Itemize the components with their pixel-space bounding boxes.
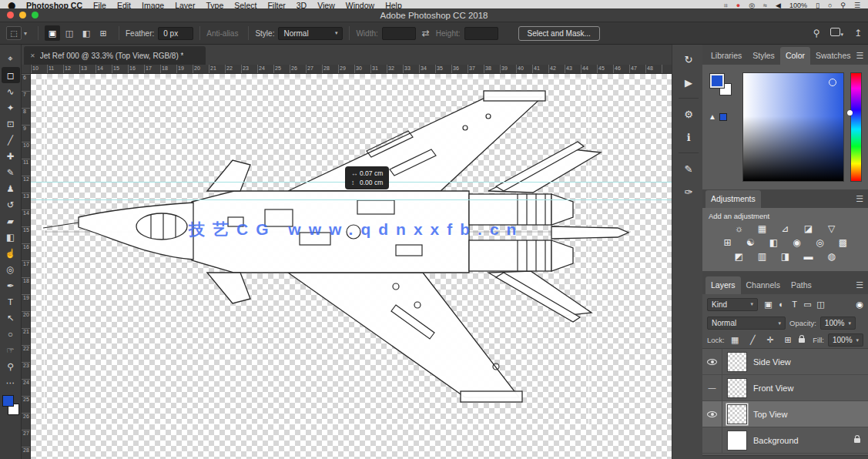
layer-visibility-toggle[interactable] — [702, 401, 722, 427]
battery-level[interactable]: 100% — [789, 1, 807, 8]
foreground-color-swatch[interactable] — [2, 395, 14, 407]
eraser-tool[interactable]: ▰ — [2, 213, 20, 229]
filter-smart-objects-icon[interactable]: ◫ — [814, 300, 827, 310]
layer-filter-toggle[interactable]: ◉ — [856, 300, 863, 310]
blend-mode-dropdown[interactable]: Normal▾ — [707, 317, 786, 330]
opacity-dropdown[interactable]: 100%▾ — [820, 317, 856, 330]
layer-visibility-toggle[interactable] — [702, 427, 722, 453]
tab-libraries[interactable]: Libraries — [705, 47, 747, 65]
horizontal-ruler[interactable]: 1011121314151617181920212223242526272829… — [31, 65, 672, 74]
wifi-icon[interactable]: ≈ — [763, 1, 767, 8]
menu-window[interactable]: Window — [346, 1, 374, 8]
menu-edit[interactable]: Edit — [117, 1, 131, 8]
black-white-icon[interactable]: ◧ — [766, 236, 782, 249]
search-icon[interactable]: ⚲ — [813, 28, 820, 39]
menu-type[interactable]: Type — [206, 1, 223, 8]
layer-thumbnail[interactable] — [727, 431, 747, 451]
pen-tool[interactable]: ✒ — [2, 277, 20, 293]
shape-tool[interactable]: ○ — [2, 326, 20, 342]
lock-pixels-icon[interactable]: ╱ — [746, 335, 759, 345]
panel-menu-icon[interactable]: ☰ — [856, 51, 864, 65]
shield-icon[interactable]: ◎ — [749, 1, 755, 8]
layer-thumbnail[interactable] — [727, 352, 747, 372]
vibrance-icon[interactable]: ▽ — [824, 223, 840, 235]
panel-menu-icon[interactable]: ☰ — [856, 280, 863, 294]
hand-tool[interactable]: ☞ — [2, 342, 20, 358]
menu-filter[interactable]: Filter — [267, 1, 285, 8]
menu-3d[interactable]: 3D — [297, 1, 307, 8]
canvas-viewport[interactable]: 技艺CG www.qdnxxfb.cn ↔0.07 cm ↕0.00 cm — [31, 74, 672, 459]
menu-help[interactable]: Help — [385, 1, 402, 8]
document-tab[interactable]: ✕ Jet Ref 000 @ 33.3% (Top View, RGB/8) … — [24, 46, 206, 65]
path-selection-tool[interactable]: ↖ — [2, 310, 20, 326]
new-selection[interactable]: ▣ — [45, 25, 60, 41]
layer-row-side-view[interactable]: Side View — [702, 349, 868, 375]
history-brush-tool[interactable]: ↺ — [2, 196, 20, 213]
apple-menu-icon[interactable]: ⬤ — [8, 2, 15, 9]
properties-icon[interactable]: ⚙ — [679, 104, 699, 124]
menu-photoshop-cc[interactable]: Photoshop CC — [26, 1, 82, 8]
current-tool-icon[interactable]: ⬚ — [6, 26, 22, 40]
posterize-icon[interactable]: ▥ — [755, 250, 770, 263]
lock-position-icon[interactable]: ✛ — [764, 335, 777, 345]
gradient-map-icon[interactable]: ▬ — [801, 250, 816, 263]
tab-color[interactable]: Color — [780, 47, 810, 65]
tab-channels[interactable]: Channels — [741, 276, 786, 294]
filter-adjustment-layers-icon[interactable]: ◐ — [775, 300, 788, 310]
actions-icon[interactable]: ▶ — [679, 72, 699, 92]
brush-presets-icon[interactable]: ✑ — [679, 182, 699, 202]
saturation-brightness-field[interactable] — [742, 72, 844, 182]
layer-row-top-view[interactable]: Top View — [702, 401, 868, 427]
color-lookup-icon[interactable]: ▩ — [836, 236, 851, 249]
workspace-switcher-icon[interactable]: ▾ — [830, 28, 843, 39]
hue-slider-marker[interactable] — [847, 110, 853, 116]
layer-row-background[interactable]: Background — [702, 427, 868, 454]
exposure-icon[interactable]: ◪ — [801, 223, 816, 235]
color-balance-icon[interactable]: ☯ — [743, 236, 759, 249]
photo-filter-icon[interactable]: ◉ — [789, 236, 805, 249]
fill-dropdown[interactable]: 100%▾ — [828, 333, 863, 347]
lasso-tool[interactable]: ∿ — [2, 83, 20, 99]
swap-width-height-icon[interactable]: ⇄ — [422, 28, 430, 39]
info-icon[interactable]: ℹ — [679, 127, 699, 147]
crop-tool[interactable]: ⊡ — [2, 116, 20, 132]
lock-all-icon[interactable] — [799, 338, 805, 343]
menu-file[interactable]: File — [93, 1, 106, 8]
filter-type-layers-icon[interactable]: T — [788, 300, 801, 310]
lock-transparency-icon[interactable]: ▦ — [729, 335, 742, 345]
eyedropper-tool[interactable]: ╱ — [2, 132, 20, 148]
volume-icon[interactable]: ◀ — [776, 1, 781, 8]
quick-selection-tool[interactable]: ✦ — [2, 99, 20, 116]
screenshot-icon[interactable]: ⌗ — [724, 1, 728, 8]
layer-thumbnail[interactable] — [727, 404, 747, 424]
share-icon[interactable]: ↥ — [854, 28, 862, 39]
type-tool[interactable]: T — [2, 293, 20, 310]
hue-slider[interactable] — [850, 72, 862, 182]
intersect-selection[interactable]: ⊞ — [96, 25, 111, 41]
brush-settings-icon[interactable]: ✎ — [679, 159, 699, 179]
layer-filter-kind-dropdown[interactable]: Kind▾ — [707, 298, 758, 311]
control-center-icon[interactable]: ☰ — [854, 1, 860, 8]
tool-preset-chevron-icon[interactable]: ▾ — [24, 30, 27, 37]
antialias-checkbox[interactable]: Anti-alias — [206, 29, 238, 38]
hue-saturation-icon[interactable]: ⊞ — [720, 236, 736, 249]
layer-visibility-toggle[interactable]: — — [702, 375, 722, 400]
history-icon[interactable]: ↻ — [679, 49, 699, 69]
clone-stamp-tool[interactable]: ♟ — [2, 180, 20, 196]
add-to-selection[interactable]: ◫ — [62, 25, 77, 41]
filter-pixel-layers-icon[interactable]: ▣ — [762, 300, 775, 310]
panel-foreground-swatch[interactable] — [710, 74, 724, 88]
width-input[interactable] — [382, 27, 416, 40]
layer-row-front-view[interactable]: —Front View — [702, 375, 868, 401]
dodge-tool[interactable]: ◎ — [2, 261, 20, 277]
menu-view[interactable]: View — [317, 1, 335, 8]
spotlight-icon[interactable]: ⚲ — [840, 1, 846, 8]
gradient-tool[interactable]: ◧ — [2, 229, 20, 245]
ruler-corner[interactable] — [22, 65, 31, 74]
healing-brush-tool[interactable]: ✚ — [2, 148, 20, 164]
tab-layers[interactable]: Layers — [705, 276, 741, 294]
menu-layer[interactable]: Layer — [175, 1, 195, 8]
tab-styles[interactable]: Styles — [747, 47, 780, 65]
height-input[interactable] — [464, 27, 498, 40]
layer-visibility-toggle[interactable] — [702, 349, 722, 374]
